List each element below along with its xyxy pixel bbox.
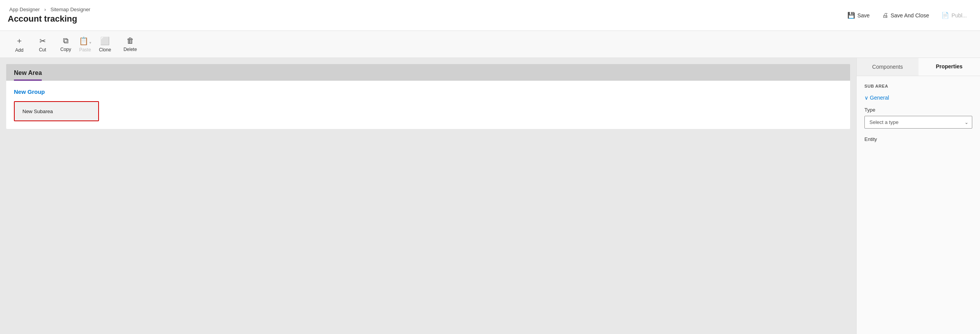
save-and-close-label: Save And Close [891,12,929,19]
panel-tabs: Components Properties [857,58,980,76]
paste-dropdown-arrow: ▾ [89,41,91,45]
add-label: Add [15,47,23,53]
area-body: New Group New Subarea [6,81,850,129]
save-and-close-button[interactable]: 🖨 Save And Close [877,10,935,21]
cut-button[interactable]: ✂ Cut [31,34,54,55]
section-title: SUB AREA [864,84,972,88]
save-icon: 💾 [847,12,855,19]
header-actions: 💾 Save 🖨 Save And Close 📄 Publ... [842,9,972,21]
area-header: New Area [6,64,850,81]
breadcrumb-part2: Sitemap Designer [50,7,90,12]
header: App Designer › Sitemap Designer Account … [0,0,980,31]
add-button[interactable]: ＋ Add [8,33,31,55]
canvas-area: New Area New Group New Subarea [0,58,856,334]
subarea-card[interactable]: New Subarea [14,101,99,121]
type-field-label: Type [864,107,972,113]
type-select-wrapper: Select a type Entity URL Web Resource Cu… [864,116,972,129]
paste-label: Paste [79,47,91,53]
copy-icon: ⧉ [63,36,68,45]
delete-label: Delete [123,47,137,52]
publish-label: Publ... [951,12,967,19]
header-left: App Designer › Sitemap Designer Account … [8,7,92,24]
save-button[interactable]: 💾 Save [842,9,875,21]
general-toggle[interactable]: ∨ General [864,95,972,101]
chevron-down-icon: ∨ [864,95,868,101]
clone-label: Clone [99,47,111,53]
main-layout: New Area New Group New Subarea Component… [0,58,980,334]
panel-content: SUB AREA ∨ General Type Select a type En… [857,76,980,334]
clone-button[interactable]: ⬜ Clone [93,34,117,55]
right-panel: Components Properties SUB AREA ∨ General… [856,58,980,334]
tab-components-label: Components [872,64,903,70]
group-title[interactable]: New Group [14,88,842,95]
save-close-icon: 🖨 [882,12,888,19]
paste-icon: 📋 [79,36,89,46]
copy-label: Copy [60,47,71,52]
copy-button[interactable]: ⧉ Copy [54,34,77,54]
save-label: Save [857,12,870,19]
area-card: New Area New Group New Subarea [6,64,850,129]
tab-components[interactable]: Components [857,58,919,76]
tab-properties-label: Properties [936,63,963,70]
cut-label: Cut [39,47,46,53]
delete-button[interactable]: 🗑 Delete [117,34,143,54]
publish-icon: 📄 [941,12,949,19]
add-icon: ＋ [15,36,23,46]
general-toggle-label: General [870,95,889,101]
toolbar: ＋ Add ✂ Cut ⧉ Copy 📋 ▾ Paste ⬜ Clone 🗑 D… [0,31,980,58]
area-title[interactable]: New Area [14,70,42,81]
delete-icon: 🗑 [126,36,134,45]
entity-field-label: Entity [864,136,972,142]
paste-button[interactable]: 📋 ▾ Paste [77,34,93,55]
tab-properties[interactable]: Properties [919,58,980,76]
breadcrumb: App Designer › Sitemap Designer [8,7,92,12]
page-title: Account tracking [8,14,92,24]
breadcrumb-part1: App Designer [9,7,40,12]
type-select[interactable]: Select a type Entity URL Web Resource Cu… [864,116,972,129]
publish-button[interactable]: 📄 Publ... [936,9,972,21]
clone-icon: ⬜ [100,36,110,46]
cut-icon: ✂ [39,36,46,46]
subarea-label: New Subarea [22,109,53,114]
breadcrumb-separator: › [44,7,46,12]
